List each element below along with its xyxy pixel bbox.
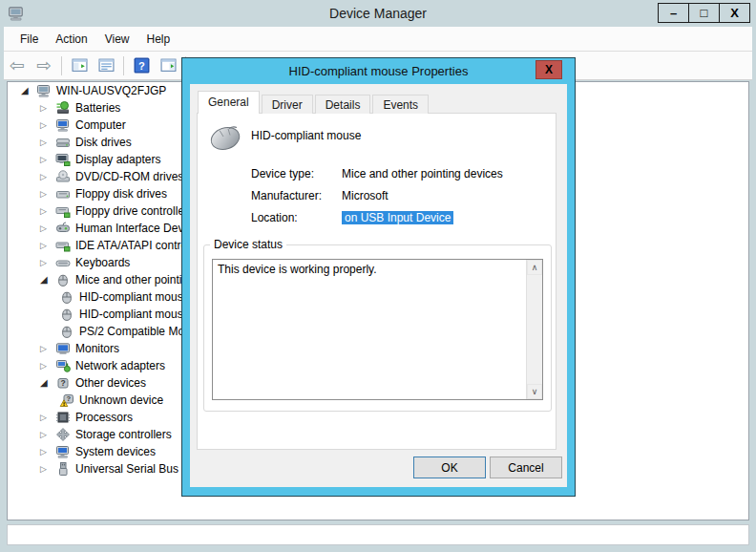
expand-icon[interactable]	[40, 237, 55, 254]
minimize-button[interactable]: –	[658, 3, 689, 23]
expand-icon[interactable]	[40, 202, 55, 220]
tree-item-label: Unknown device	[79, 393, 163, 407]
expand-icon[interactable]	[40, 185, 55, 202]
field-value: Mice and other pointing devices	[342, 167, 503, 180]
dialog-close-button[interactable]: X	[536, 60, 562, 79]
tree-item-label: System devices	[75, 445, 156, 458]
field-device-type: Device type: Mice and other pointing dev…	[251, 167, 503, 180]
window-titlebar[interactable]: Device Manager – □ X	[0, 0, 756, 27]
tab-driver[interactable]: Driver	[262, 95, 313, 114]
mouse-icon	[55, 272, 71, 287]
tree-item-label: WIN-UAUSVQ2FJGP	[56, 84, 166, 97]
field-location: Location: on USB Input Device	[251, 211, 503, 224]
show-action-pane-icon	[160, 57, 177, 74]
window-controls: – □ X	[659, 3, 750, 23]
expand-icon[interactable]	[40, 99, 55, 117]
properties-button[interactable]	[94, 54, 118, 77]
maximize-button[interactable]: □	[688, 3, 720, 23]
tree-item-label: Computer	[75, 118, 126, 132]
unknown-warning-icon	[59, 393, 74, 408]
usb-controller-icon	[55, 461, 71, 477]
toolbar-separator	[61, 56, 62, 75]
device-status-group: Device status This device is working pro…	[203, 238, 552, 412]
tree-item-label: Other devices	[75, 376, 146, 390]
expand-icon[interactable]	[40, 443, 55, 460]
expand-icon[interactable]	[40, 409, 55, 426]
menu-file[interactable]: File	[11, 30, 47, 49]
tree-item-label: DVD/CD-ROM drives	[75, 170, 183, 183]
window-title: Device Manager	[0, 6, 756, 21]
show-hide-console-tree-button[interactable]	[67, 54, 92, 77]
scroll-up-button[interactable]: ∧	[527, 260, 542, 275]
mouse-icon	[59, 307, 74, 322]
field-label: Manufacturer:	[251, 189, 342, 202]
menu-help[interactable]: Help	[138, 30, 179, 49]
disk-drive-icon	[55, 135, 71, 150]
computer-monitor-icon	[55, 117, 71, 133]
collapse-icon[interactable]	[40, 271, 55, 288]
field-value-selected: on USB Input Device	[342, 211, 453, 224]
device-status-text: This device is working properly.	[218, 263, 521, 276]
device-name: HID-compliant mouse	[251, 129, 361, 142]
collapse-icon[interactable]	[40, 374, 55, 392]
ok-button[interactable]: OK	[413, 456, 486, 478]
menu-action[interactable]: Action	[47, 30, 95, 49]
dialog-footer: OK Cancel	[190, 448, 567, 487]
device-status-label: Device status	[210, 238, 286, 251]
tab-bar: General Driver Details Events	[198, 91, 430, 114]
expand-icon[interactable]	[40, 151, 55, 168]
storage-controller-icon	[55, 427, 71, 442]
expand-icon[interactable]	[40, 220, 55, 237]
menu-view[interactable]: View	[96, 30, 138, 49]
tree-item-label: HID-compliant mouse	[79, 290, 189, 304]
expand-icon[interactable]	[40, 117, 55, 134]
tab-details[interactable]: Details	[315, 95, 371, 114]
tree-item-label: Network adapters	[75, 359, 165, 372]
dvd-drive-icon	[55, 169, 71, 184]
expand-icon[interactable]	[40, 168, 55, 185]
floppy-controller-icon	[55, 203, 71, 219]
tree-item-label: Floppy drive controllers	[75, 204, 194, 218]
vertical-scrollbar[interactable]: ∧ ∨	[526, 260, 542, 399]
processor-icon	[55, 410, 71, 425]
close-button[interactable]: X	[719, 3, 750, 23]
properties-dialog: HID-compliant mouse Properties X General…	[181, 57, 576, 497]
tree-item-label: Storage controllers	[75, 428, 172, 441]
help-icon	[134, 57, 150, 74]
dialog-titlebar[interactable]: HID-compliant mouse Properties X	[182, 58, 575, 84]
back-button[interactable]: ⇦	[5, 54, 30, 77]
display-adapter-icon	[55, 152, 71, 167]
tree-item-label: HID-compliant mouse	[79, 308, 189, 321]
expand-icon[interactable]	[40, 254, 55, 271]
tree-item-label: Disk drives	[75, 136, 132, 149]
expand-icon[interactable]	[40, 134, 55, 151]
expand-icon[interactable]	[40, 426, 55, 443]
toolbar-separator	[123, 56, 124, 75]
expand-icon[interactable]	[40, 340, 55, 357]
scroll-down-button[interactable]: ∨	[527, 384, 542, 399]
keyboard-icon	[55, 255, 71, 270]
tree-item-label: Display adapters	[75, 153, 160, 166]
tree-item-label: Batteries	[75, 101, 120, 115]
floppy-drive-icon	[55, 186, 71, 202]
show-action-pane-button[interactable]	[156, 54, 180, 77]
dialog-title: HID-compliant mouse Properties	[182, 64, 575, 78]
expand-icon[interactable]	[40, 460, 55, 478]
tab-events[interactable]: Events	[372, 95, 429, 114]
mouse-device-icon	[207, 123, 245, 152]
show-hide-console-tree-icon	[72, 57, 88, 74]
expand-icon[interactable]	[40, 357, 55, 374]
monitor-icon	[55, 341, 71, 356]
computer-icon	[36, 83, 52, 98]
help-button[interactable]	[129, 54, 154, 77]
dialog-body: General Driver Details Events HID-	[190, 84, 567, 487]
field-manufacturer: Manufacturer: Microsoft	[251, 189, 503, 202]
device-status-textarea[interactable]: This device is working properly. ∧ ∨	[212, 259, 543, 400]
device-fields: Device type: Mice and other pointing dev…	[251, 167, 503, 233]
cancel-button[interactable]: Cancel	[490, 456, 562, 478]
collapse-icon[interactable]	[21, 82, 36, 99]
forward-button[interactable]: ⇨	[32, 54, 56, 77]
tab-general[interactable]: General	[198, 91, 260, 114]
properties-icon	[98, 57, 115, 74]
menu-bar: File Action View Help	[4, 27, 752, 52]
